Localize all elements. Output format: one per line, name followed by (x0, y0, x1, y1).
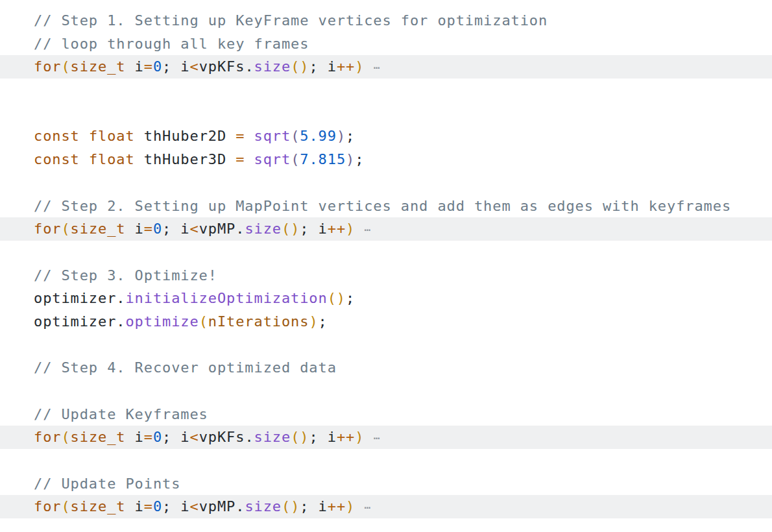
code-token-text: i (125, 58, 143, 75)
code-token-function: optimize (125, 313, 199, 330)
code-token-number: 0 (153, 58, 162, 75)
code-token-keyword: for (34, 429, 61, 445)
code-token-text: ; (346, 290, 355, 306)
code-token-paren2: ( (291, 128, 300, 144)
code-token-text: optimizer. (34, 313, 125, 330)
code-token-text: ; i (162, 498, 189, 514)
code-token-keyword: float (89, 151, 135, 167)
code-token-comment: // Step 3. Optimize! (34, 267, 217, 284)
code-token-text: vpMP. (199, 221, 245, 237)
code-token-text: ; i (162, 58, 189, 75)
code-token-paren: ( (61, 221, 70, 237)
code-token-number: 0 (153, 429, 162, 445)
code-token-operator: ++ (337, 58, 355, 75)
code-token-text (245, 128, 254, 144)
code-token-paren: ( (199, 313, 208, 330)
code-token-paren: ( (61, 429, 70, 445)
code-token-paren: ) (355, 58, 364, 75)
code-token-text: ; (355, 151, 364, 167)
code-token-text (355, 221, 364, 237)
code-token-text: thHuber3D (135, 151, 236, 167)
code-fold-ellipsis[interactable]: ⋯ (364, 224, 372, 236)
code-token-paren: ) (346, 221, 355, 237)
code-line: // Update Points (0, 472, 772, 496)
code-token-text: ; (346, 128, 355, 144)
code-fold-ellipsis[interactable]: ⋯ (373, 432, 381, 444)
code-token-number: 5.99 (300, 128, 337, 144)
code-line: optimizer.optimize(nIterations); (0, 310, 772, 333)
code-token-paren2: ) (346, 151, 355, 167)
code-token-text: thHuber2D (135, 128, 236, 144)
code-token-operator: ++ (337, 429, 355, 445)
code-token-operator: = (144, 429, 153, 445)
code-token-text (364, 58, 373, 75)
code-line: // Update Keyframes (0, 403, 772, 426)
code-token-operator: = (235, 128, 245, 144)
code-line-highlighted: for(size_t i=0; i<vpMP.size(); i++) ⋯ (0, 217, 772, 241)
code-fold-ellipsis[interactable]: ⋯ (373, 62, 381, 74)
code-token-keyword: const (34, 128, 80, 144)
code-token-function: sqrt (254, 151, 291, 167)
code-token-number: 0 (153, 498, 162, 514)
code-token-number: 7.815 (300, 151, 346, 167)
code-token-text (355, 498, 364, 514)
code-token-operator: < (190, 221, 199, 237)
code-token-operator: = (144, 498, 153, 514)
code-line (0, 449, 772, 472)
code-token-text: vpKFs. (199, 429, 254, 445)
code-token-paren: ) (309, 313, 318, 330)
code-line (0, 102, 772, 125)
code-token-function: size (245, 498, 282, 514)
code-token-function: size (254, 58, 291, 75)
code-token-paren: ( (61, 498, 70, 514)
code-token-operator: < (190, 429, 199, 445)
code-token-operator: = (235, 151, 245, 167)
code-line: const float thHuber2D = sqrt(5.99); (0, 125, 772, 148)
code-token-text: i (125, 498, 143, 514)
code-token-text: vpMP. (199, 498, 245, 514)
code-line: // loop through all key frames (0, 32, 772, 56)
code-token-comment: // Update Points (34, 476, 180, 492)
code-token-text: ; i (162, 429, 189, 445)
code-token-text (364, 429, 373, 445)
code-token-text: optimizer. (34, 290, 125, 306)
code-token-comment: // Update Keyframes (34, 406, 208, 422)
code-token-paren: ( (61, 58, 70, 75)
code-line: // Step 3. Optimize! (0, 264, 772, 287)
code-token-keyword: size_t (71, 221, 126, 237)
code-token-function: size (245, 221, 282, 237)
code-token-paren: () (282, 221, 300, 237)
code-token-comment: // Step 2. Setting up MapPoint vertices … (34, 198, 731, 214)
code-token-text (80, 128, 89, 144)
code-token-text: ; (319, 313, 328, 330)
code-line: optimizer.initializeOptimization(); (0, 287, 772, 310)
code-token-comment: // loop through all key frames (34, 36, 309, 52)
code-line: // Step 1. Setting up KeyFrame vertices … (0, 9, 772, 32)
code-token-keyword: const (34, 151, 80, 167)
code-line-highlighted: for(size_t i=0; i<vpKFs.size(); i++) ⋯ (0, 55, 772, 79)
code-token-keyword: size_t (71, 58, 126, 75)
code-line: const float thHuber3D = sqrt(7.815); (0, 148, 772, 171)
code-token-keyword: for (34, 498, 61, 514)
code-fold-ellipsis[interactable]: ⋯ (364, 502, 372, 514)
code-token-text (80, 151, 89, 167)
code-token-keyword: size_t (71, 429, 126, 445)
code-token-text: vpKFs. (199, 58, 254, 75)
code-line (0, 333, 772, 357)
code-token-paren: () (282, 498, 300, 514)
code-token-operator: < (190, 58, 199, 75)
code-token-paren: () (291, 58, 309, 75)
code-line (0, 79, 772, 102)
code-token-text: i (125, 429, 143, 445)
code-token-operator: = (144, 58, 153, 75)
code-token-keyword: for (34, 221, 61, 237)
code-token-comment: // Step 1. Setting up KeyFrame vertices … (34, 12, 548, 29)
code-line-highlighted: for(size_t i=0; i<vpMP.size(); i++) ⋯ (0, 495, 772, 518)
code-line-highlighted: for(size_t i=0; i<vpKFs.size(); i++) ⋯ (0, 426, 772, 449)
code-token-text: i (125, 221, 143, 237)
code-token-function: size (254, 429, 291, 445)
code-line (0, 241, 772, 264)
code-token-text: ; i (162, 221, 189, 237)
code-line: // Step 2. Setting up MapPoint vertices … (0, 195, 772, 218)
code-token-function: sqrt (254, 128, 291, 144)
